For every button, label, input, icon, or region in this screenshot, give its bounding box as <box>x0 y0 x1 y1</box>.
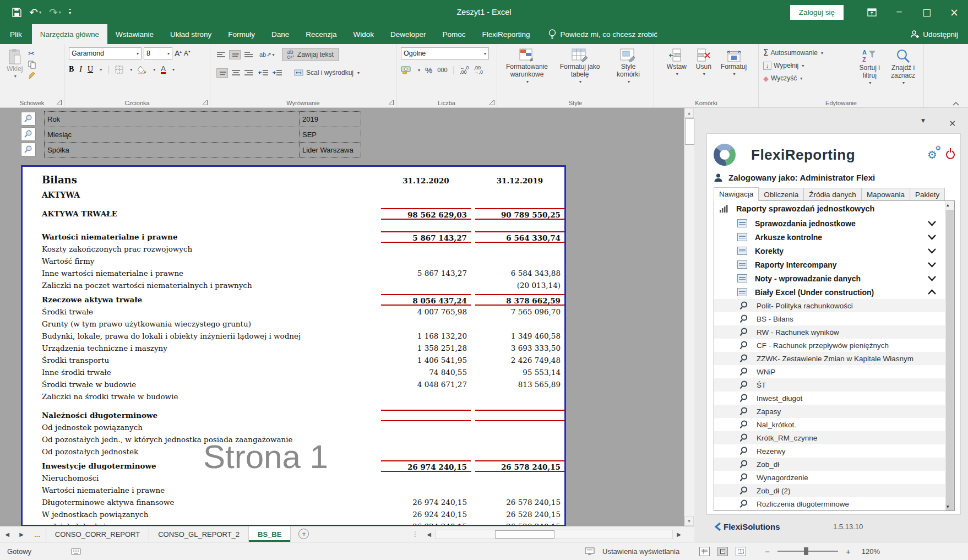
share-button[interactable]: Udostępnij <box>910 24 958 44</box>
normal-view-icon[interactable] <box>699 547 710 556</box>
report-row[interactable]: Rzeczowe aktywa trwałe 8 056 437,24 8 37… <box>23 293 564 306</box>
tree-scroll-up-icon[interactable]: ▴ <box>947 202 949 208</box>
ribbon-tab[interactable]: FlexiReporting <box>474 24 539 44</box>
report-row[interactable]: Inne wartości niematerialne i prawne 5 8… <box>23 267 564 279</box>
ribbon-tab[interactable]: Recenzja <box>297 24 345 44</box>
zoom-slider-thumb[interactable] <box>804 547 808 555</box>
page-layout-view-icon[interactable] <box>717 547 728 556</box>
parameter-value-cell[interactable]: SEP <box>299 127 361 143</box>
report-row[interactable] <box>23 220 564 229</box>
sheet-tab[interactable]: CONSO_GL_REPORT_2 <box>149 526 249 542</box>
fill-color-dropdown-icon[interactable]: ▾ <box>153 67 155 72</box>
font-name-select[interactable]: Garamond▾ <box>69 47 142 59</box>
add-sheet-icon[interactable]: + <box>298 529 309 539</box>
zoom-out-icon[interactable]: − <box>765 547 770 556</box>
underline-dropdown-icon[interactable]: ▾ <box>100 67 102 72</box>
tree-scrollbar[interactable]: ▴ ▾ <box>945 201 954 510</box>
report-row[interactable]: Inne środki trwałe 74 840,55 95 553,14 <box>23 366 564 378</box>
report-row[interactable]: Środki transportu 1 406 541,95 2 426 749… <box>23 354 564 366</box>
tree-report-item[interactable]: ŚT <box>714 378 954 392</box>
align-center-icon[interactable] <box>231 69 241 77</box>
format-as-table-button[interactable]: Formatuj jako tabelę▾ <box>556 47 604 97</box>
save-icon[interactable] <box>12 8 21 17</box>
decrease-indent-icon[interactable] <box>258 69 269 77</box>
sheet-nav-right-icon[interactable]: ▶ <box>14 526 29 542</box>
font-dialog-launcher-icon[interactable] <box>203 100 208 105</box>
ribbon-tab[interactable]: Widok <box>345 24 382 44</box>
vertical-scrollbar[interactable]: ▴ ▾ <box>684 108 694 526</box>
borders-dropdown-icon[interactable]: ▾ <box>130 67 132 72</box>
parameter-label-cell[interactable]: Miesiąc <box>44 127 300 143</box>
report-row[interactable]: Należności długoterminowe <box>23 409 564 421</box>
format-painter-icon[interactable] <box>28 72 36 79</box>
panel-tab[interactable]: Nawigacja <box>714 187 759 201</box>
cell-styles-button[interactable]: Style komórki▾ <box>607 47 649 97</box>
font-color-dropdown-icon[interactable]: ▾ <box>172 67 175 72</box>
tree-group-item[interactable]: Raporty Intercompany <box>714 258 954 271</box>
align-right-icon[interactable] <box>244 69 253 77</box>
chevron-icon[interactable] <box>927 260 937 269</box>
delete-cells-button[interactable]: Usuń▾ <box>693 47 714 97</box>
tree-report-item[interactable]: Zapasy <box>714 405 954 418</box>
tree-report-item[interactable]: CF - Rachunek przepływów pieniężnych <box>714 339 954 352</box>
alignment-dialog-launcher-icon[interactable] <box>389 100 394 105</box>
zoom-in-icon[interactable]: + <box>846 547 851 556</box>
paste-button[interactable]: Wklej ▾ <box>4 47 25 81</box>
fill-color-icon[interactable] <box>138 66 146 74</box>
accounting-format-icon[interactable] <box>401 66 412 74</box>
tree-report-item[interactable]: Nal_krótkot. <box>714 418 954 431</box>
orientation-icon[interactable]: ab↗ <box>259 51 271 58</box>
ribbon-tab[interactable]: Układ strony <box>162 24 220 44</box>
panel-tab[interactable]: Obliczenia <box>758 188 804 201</box>
parameter-label-cell[interactable]: Spółka <box>44 142 300 158</box>
tree-report-item[interactable]: Inwest_długot <box>714 392 954 405</box>
report-row[interactable]: Grunty (w tym prawo użytkowania wieczyst… <box>23 318 564 330</box>
report-row[interactable]: AKTYWA TRWAŁE 98 562 629,03 90 789 550,2… <box>23 208 564 220</box>
tree-root-item[interactable]: Raporty sprawozdań jednostkowych <box>714 201 954 216</box>
tree-report-item[interactable]: Wynagordzenie <box>714 471 954 484</box>
vertical-scroll-thumb[interactable] <box>685 118 694 145</box>
format-cells-button[interactable]: Formatuj▾ <box>719 47 749 97</box>
display-settings-label[interactable]: Ustawienia wyświetlania <box>602 547 679 556</box>
pane-options-icon[interactable]: ▼ <box>921 118 925 123</box>
report-row[interactable]: Koszty zakończonych prac rozwojowych <box>23 243 564 255</box>
minimize-button[interactable]: ─ <box>885 0 913 24</box>
increase-indent-icon[interactable] <box>272 69 282 77</box>
sort-filter-button[interactable]: AZ Sortuj i filtruj▾ <box>853 47 886 88</box>
sheet-overflow-tab[interactable]: ... <box>29 526 46 542</box>
magnifier-button[interactable] <box>21 112 36 126</box>
copy-icon[interactable] <box>28 61 36 69</box>
ribbon-tab[interactable]: Dane <box>263 24 297 44</box>
logout-power-icon[interactable] <box>946 150 955 159</box>
magnifier-button[interactable] <box>21 143 36 156</box>
report-row[interactable]: Od jednostek powiązanych <box>23 421 564 433</box>
merge-center-button[interactable]: Scal i wyśrodkuj ▾ <box>291 66 363 79</box>
fill-button[interactable]: ↓ Wypełnij▾ <box>763 60 853 71</box>
report-row[interactable]: Wartość firmy <box>23 255 564 267</box>
report-row[interactable]: Wartości niematerialne i prawne <box>23 484 564 496</box>
report-row[interactable]: Od pozostałych jedn., w których jednostk… <box>23 433 564 445</box>
report-page[interactable]: Strona 1 Bilans 31.12.2020 31.12.2019 AK… <box>21 165 566 526</box>
parameter-label-cell[interactable]: Rok <box>44 111 300 127</box>
tree-report-item[interactable]: Rozliczenia długoterminowe <box>714 497 954 510</box>
tree-group-item[interactable]: Arkusze kontrolne <box>714 230 954 244</box>
customize-qat-icon[interactable]: ▾ <box>69 9 71 15</box>
chevron-icon[interactable] <box>927 288 937 297</box>
align-left-icon[interactable] <box>216 68 228 78</box>
hscroll-left-icon[interactable]: ◀ <box>424 531 434 537</box>
report-row[interactable] <box>23 403 564 407</box>
cut-icon[interactable]: ✂ <box>28 49 36 58</box>
tree-scroll-thumb[interactable] <box>946 210 954 511</box>
settings-gears-icon[interactable]: ⚙ <box>927 148 937 161</box>
tree-scroll-down-icon[interactable]: ▾ <box>947 504 949 509</box>
orientation-dropdown-icon[interactable]: ▾ <box>272 52 274 57</box>
tree-report-item[interactable]: Rezerwy <box>714 444 954 458</box>
align-bottom-icon[interactable] <box>244 51 253 58</box>
align-top-icon[interactable] <box>216 51 226 58</box>
sign-in-button[interactable]: Zaloguj się <box>790 5 844 20</box>
percent-style-button[interactable]: % <box>425 66 432 75</box>
panel-tab[interactable]: Pakiety <box>910 188 945 201</box>
close-button[interactable]: × <box>940 0 968 24</box>
report-row[interactable]: Wartości niematerialne i prawne 5 867 14… <box>23 231 564 243</box>
tree-report-item[interactable]: ZZWK- Zestawienie Zmian w Kapitale Własn… <box>714 352 954 365</box>
